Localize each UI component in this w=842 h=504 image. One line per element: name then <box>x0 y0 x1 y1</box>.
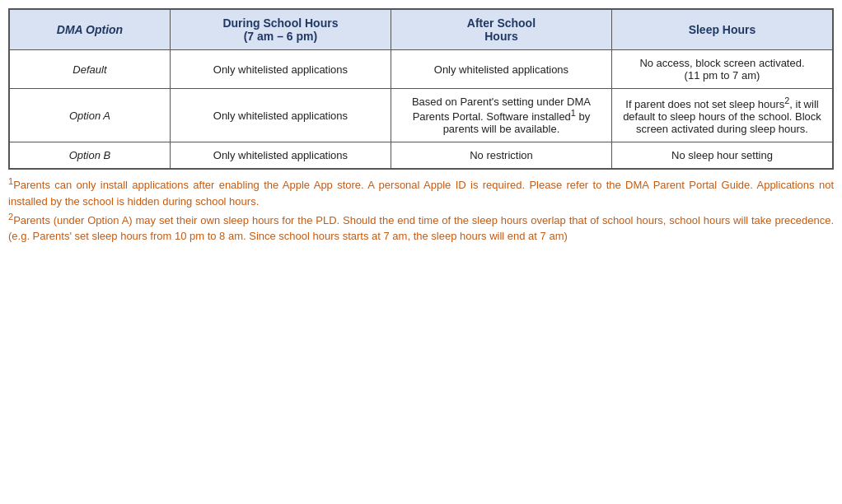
sleep-default: No access, block screen activated.(11 pm… <box>611 50 832 89</box>
after-default: Only whitelisted applications <box>391 50 611 89</box>
dma-options-table: DMA Option During School Hours(7 am – 6 … <box>9 9 833 169</box>
after-option-b: No restriction <box>391 142 611 169</box>
footnote-2-text: Parents (under Option A) may set their o… <box>8 214 834 243</box>
after-option-a: Based on Parent's setting under DMA Pare… <box>391 89 611 142</box>
sleep-option-a: If parent does not set sleep hours2, it … <box>611 89 832 142</box>
footnote-2: 2Parents (under Option A) may set their … <box>8 210 834 245</box>
col-header-after: After SchoolHours <box>391 10 611 50</box>
footnotes-section: 1Parents can only install applications a… <box>8 175 834 245</box>
during-option-a: Only whitelisted applications <box>170 89 391 142</box>
option-a: Option A <box>10 89 171 142</box>
during-default: Only whitelisted applications <box>170 50 391 89</box>
table-row: Option A Only whitelisted applications B… <box>10 89 833 142</box>
sleep-option-b: No sleep hour setting <box>611 142 832 169</box>
col-header-sleep: Sleep Hours <box>611 10 832 50</box>
table-header-row: DMA Option During School Hours(7 am – 6 … <box>10 10 833 50</box>
option-b: Option B <box>10 142 171 169</box>
main-table-container: DMA Option During School Hours(7 am – 6 … <box>8 8 834 170</box>
table-row: Option B Only whitelisted applications N… <box>10 142 833 169</box>
footnote-1: 1Parents can only install applications a… <box>8 175 834 209</box>
table-row: Default Only whitelisted applications On… <box>10 50 833 89</box>
col-header-during: During School Hours(7 am – 6 pm) <box>170 10 391 50</box>
col-header-dma: DMA Option <box>10 10 171 50</box>
option-default: Default <box>10 50 171 89</box>
footnote-1-text: Parents can only install applications af… <box>8 180 834 208</box>
during-option-b: Only whitelisted applications <box>170 142 391 169</box>
